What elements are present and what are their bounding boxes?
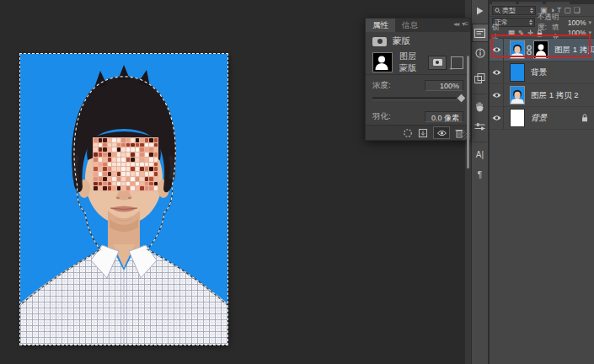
collapsed-panel-dock: A| ¶ [471,0,489,364]
layer-comps-panel-icon[interactable] [472,69,489,88]
visibility-toggle[interactable] [490,84,504,106]
load-selection-icon[interactable] [403,128,413,138]
eye-icon [492,115,501,121]
search-icon [495,8,500,13]
pixel-mask-button[interactable] [428,56,447,70]
layer-mask-thumbnail[interactable] [372,52,393,72]
link-mask-icon[interactable] [527,45,532,56]
layer-thumbnail[interactable] [510,63,525,82]
hand-gesture-panel-icon[interactable] [472,97,489,115]
fill-dropdown-arrow[interactable]: ▾ [588,29,591,36]
sliders-panel-icon[interactable] [472,117,489,136]
collapse-panel-icon[interactable]: ◂◂ [453,20,458,28]
visibility-toggle[interactable] [490,107,504,129]
layers-tabbar-clipped [490,0,594,4]
tab-properties[interactable]: 属性 [366,19,395,32]
properties-panel: 属性 信息 ◂◂ ▾≡ 蒙版 图层蒙版 浓度: 100% 羽化: [365,18,471,141]
layer-name[interactable]: 背景 [531,113,547,124]
lock-row: 锁定: ▦ ✎ ✛ 填充: 100% ▾ [490,28,594,39]
layer-mask-label: 图层蒙版 [399,51,421,74]
tab-info[interactable]: 信息 [395,19,425,32]
eye-icon [492,92,501,99]
properties-tabbar: 属性 信息 ◂◂ ▾≡ [366,19,470,32]
density-label: 浓度: [372,80,391,91]
layer-row-2[interactable]: 背景 [490,62,594,84]
layer-thumbnail[interactable] [510,40,525,59]
fill-value[interactable]: 100% [568,29,586,37]
density-section: 浓度: 100% [366,75,470,102]
visibility-toggle[interactable] [490,62,504,83]
dropdown-arrows-icon [530,8,533,13]
apply-mask-icon[interactable] [418,128,428,138]
feather-label: 羽化: [372,111,391,122]
layer-thumbnail[interactable] [510,86,525,104]
layer-row-1[interactable]: 图层 1 拷贝 [490,39,594,62]
filter-smart-objects-icon[interactable]: ❏ [574,6,581,14]
info-panel-icon[interactable] [472,44,489,62]
vertical-scrollbar[interactable] [467,56,469,169]
lock-position-icon[interactable]: ✛ [527,29,533,37]
lock-pixels-icon[interactable]: ✎ [518,29,524,37]
paragraph-panel-icon[interactable]: ¶ [472,165,489,184]
eye-icon [437,130,447,136]
eye-icon [492,46,501,53]
layer-mask-thumbnail[interactable] [533,40,549,59]
density-slider-knob[interactable] [456,93,467,104]
layer-name[interactable]: 图层 1 拷贝 2 [531,90,579,101]
density-value[interactable]: 100% [425,80,463,91]
mask-header-label: 蒙版 [393,35,410,47]
properties-footer [366,125,470,140]
dropdown-arrows-icon [529,19,532,25]
opacity-value[interactable]: 100% [568,19,586,27]
opacity-dropdown-arrow[interactable]: ▾ [588,19,591,26]
portrait-graphic [20,54,227,345]
filter-type-label: 类型 [502,6,516,15]
mask-bust-icon [373,53,390,70]
layer-row-4[interactable]: 背景 [490,107,594,130]
adjustments-panel-icon[interactable] [472,24,489,42]
background-lock-icon [581,114,588,122]
filter-type-dropdown[interactable]: 类型 [492,6,536,15]
lock-transparency-icon[interactable]: ▦ [508,29,515,37]
panel-menu-icon[interactable]: ▾≡ [462,20,468,28]
mask-icon [372,37,387,46]
layer-thumbnail[interactable] [510,109,525,127]
visibility-toggle[interactable] [490,39,504,61]
layers-panel: 类型 ▣ ◑ T ▢ ❏ 正常 不透明度: 100% ▾ 锁定: ▦ ✎ ✛ [489,0,594,364]
play-actions-icon[interactable] [472,2,489,20]
eye-icon [492,69,501,76]
pixelated-eyes-region [93,137,158,191]
vector-mask-button[interactable] [451,56,463,69]
feather-value[interactable]: 0.0 像素 [425,111,463,122]
density-slider[interactable] [372,97,463,100]
layer-name[interactable]: 背景 [531,67,547,78]
document-photo[interactable] [20,54,227,345]
layer-row-3[interactable]: 图层 1 拷贝 2 [490,84,594,107]
enable-mask-button[interactable] [433,126,450,139]
layer-name[interactable]: 图层 1 拷贝 [554,45,594,56]
character-panel-icon[interactable]: A| [472,145,489,163]
lock-all-icon[interactable] [537,29,543,37]
